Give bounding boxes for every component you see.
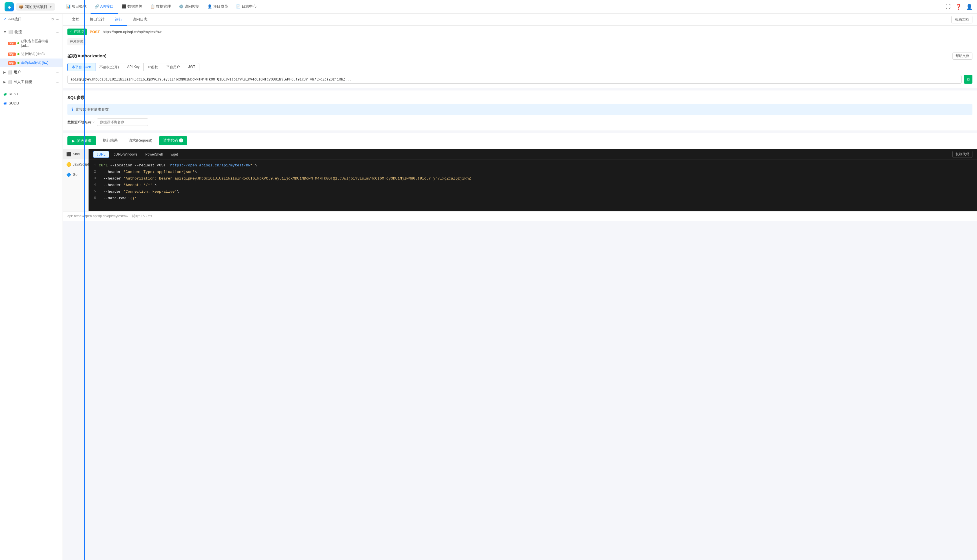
token-row: ⧉	[67, 75, 972, 83]
sidebar-item-sudb[interactable]: ◉ SUDB	[0, 98, 63, 108]
js-label: JavaScript	[73, 162, 89, 167]
status-bar: api: https://open.apisql.cn/api/mytest/h…	[63, 211, 977, 221]
data-icon: 📋	[150, 4, 155, 8]
nav-access[interactable]: ⚙️ 访问控制	[175, 0, 203, 14]
sidebar-item-huawei[interactable]: SQL 华为dws测试 (hw) ···	[0, 58, 63, 67]
project-icon: 📦	[19, 5, 23, 9]
more-actions-icon[interactable]: ···	[56, 17, 59, 22]
shell-icon: ⬛	[66, 152, 71, 157]
group-label: 物流	[15, 29, 22, 35]
line-number: 3	[89, 175, 99, 182]
send-request-btn[interactable]: ▶ 发送请求	[67, 136, 96, 145]
code-line-2: 2 --header 'Content-Type: application/js…	[89, 169, 977, 175]
status-dot	[17, 62, 19, 64]
nav-data[interactable]: 📋 数据管理	[146, 0, 175, 14]
elapsed-time: 耗时: 153 ms	[132, 214, 152, 218]
group-more-icon[interactable]: ···	[56, 70, 59, 75]
item-label: 获取省市区县街道 (ad...	[21, 39, 56, 48]
nav-logs[interactable]: 📄 日志中心	[232, 0, 261, 14]
tab-access-log[interactable]: 访问日志	[128, 14, 152, 26]
nav-gateway[interactable]: ⬛ 数据网关	[118, 0, 146, 14]
token-input[interactable]	[67, 75, 962, 83]
sidebar-actions: ↻ ···	[51, 17, 59, 22]
svg-text:◈: ◈	[7, 5, 11, 9]
sidebar-item-rest[interactable]: ◉ REST	[0, 89, 63, 98]
auth-tab-public[interactable]: 不鉴权(公开)	[95, 63, 123, 72]
line-content: --header 'Content-Type: application/json…	[99, 169, 977, 175]
auth-tab-apikey[interactable]: API Key	[123, 63, 144, 72]
datasource-input[interactable]	[97, 118, 148, 126]
code-tab-curl-windows[interactable]: cURL-Windows	[110, 151, 141, 158]
line-content: --header 'Accept: */*' \	[99, 182, 977, 188]
nav-members[interactable]: 👤 项目成员	[203, 0, 232, 14]
group-more-icon[interactable]: ···	[56, 80, 59, 84]
item-label: 达梦测试 (dm8)	[21, 52, 45, 57]
no-params-text: 此接口没有请求参数	[75, 107, 109, 112]
sidebar-item-address[interactable]: SQL 获取省市区县街道 (ad... ···	[0, 37, 63, 50]
tab-docs[interactable]: 文档	[67, 14, 84, 26]
fullscreen-icon[interactable]: ⛶	[945, 4, 951, 10]
question-icon: ?	[92, 120, 95, 124]
help-doc-button[interactable]: 帮助文档	[951, 16, 972, 23]
group-label: 用户	[14, 70, 21, 75]
sidebar-api-header: ✓ API接口 ↻ ···	[0, 14, 63, 25]
auth-help-btn[interactable]: 帮助文档	[952, 53, 972, 60]
code-tab-curl[interactable]: cURL	[93, 151, 109, 158]
tab-request-code[interactable]: 请求代码 i	[159, 136, 187, 145]
group-icon: ⬜	[7, 80, 12, 84]
auth-tab-token[interactable]: 本平台Token	[67, 63, 95, 72]
nav-overview[interactable]: 📊 项目概览	[62, 0, 90, 14]
sidebar-group-ai[interactable]: ▶ ⬜ AI人工智能 ···	[0, 77, 63, 87]
chevron-down-icon: ▼	[49, 5, 52, 8]
line-number: 6	[89, 195, 99, 201]
code-line-6: 6 --data-raw '{}'	[89, 195, 977, 202]
auth-tabs: 本平台Token 不鉴权(公开) API Key IP鉴权 平台用户	[67, 63, 972, 72]
project-selector[interactable]: 📦 我的测试项目 ▼	[16, 3, 55, 10]
tab-exec-result[interactable]: 执行结果	[99, 136, 122, 145]
sidebar-group-users[interactable]: ▶ ⬜ 用户 ···	[0, 67, 63, 77]
app-logo: ◈	[5, 2, 14, 12]
tab-design[interactable]: 接口设计	[85, 14, 109, 26]
sudb-label: SUDB	[8, 101, 19, 105]
nav-api[interactable]: 🔗 API接口	[90, 0, 118, 14]
nav-right: ⛶ ❓ 👤	[945, 4, 972, 10]
group-more-icon[interactable]: ···	[56, 30, 59, 34]
user-avatar[interactable]: 👤	[966, 4, 972, 10]
access-icon: ⚙️	[179, 4, 183, 8]
copy-code-btn[interactable]: 复制代码	[952, 151, 972, 158]
main-content: 文档 接口设计 运行 访问日志 帮助文档 生产环境 POST https://o…	[63, 14, 977, 560]
info-circle-icon: i	[179, 138, 183, 142]
auth-title: 鉴权(Authorization) 帮助文档	[67, 53, 972, 60]
members-icon: 👤	[207, 4, 212, 8]
sidebar-item-dameng[interactable]: SQL 达梦测试 (dm8) ···	[0, 50, 63, 58]
overview-icon: 📊	[66, 4, 70, 8]
sudb-icon: ◉	[3, 101, 7, 105]
sql-params-section: SQL参数 ℹ 此接口没有请求参数 数据源环境名称 ?	[63, 90, 977, 133]
tab-run[interactable]: 运行	[110, 14, 127, 26]
play-icon: ▶	[72, 139, 75, 143]
item-label: 华为dws测试 (hw)	[21, 60, 49, 65]
auth-tab-jwt[interactable]: JWT	[184, 63, 200, 72]
code-tab-wget[interactable]: wget	[167, 151, 181, 158]
code-line-4: 4 --header 'Accept: */*' \	[89, 182, 977, 188]
auth-tab-user[interactable]: 平台用户	[162, 63, 184, 72]
sidebar-group-left: ▶ ⬜ 用户	[3, 70, 21, 75]
sql-params-title: SQL参数	[67, 95, 972, 100]
code-section: ⬛ Shell 🟡 JavaScript 🔷 Go	[63, 149, 977, 211]
refresh-icon[interactable]: ↻	[51, 17, 54, 22]
main-nav: 📊 项目概览 🔗 API接口 ⬛ 数据网关 📋 数据管理 ⚙️ 访问控制 👤 项…	[62, 0, 261, 14]
chevron-down-icon: ▼	[3, 30, 7, 34]
dev-env-label[interactable]: 开发环境	[67, 38, 86, 45]
copy-token-btn[interactable]: ⧉	[964, 75, 972, 83]
help-icon[interactable]: ❓	[955, 4, 962, 10]
item-left: SQL 华为dws测试 (hw)	[8, 60, 49, 65]
sidebar-header-left: ✓ API接口	[3, 17, 22, 22]
sidebar-group-wuliu[interactable]: ▼ ⬜ 物流 ···	[0, 27, 63, 37]
line-number: 5	[89, 188, 99, 195]
sql-badge: SQL	[8, 42, 16, 45]
auth-tab-ip[interactable]: IP鉴权	[144, 63, 162, 72]
no-params-box: ℹ 此接口没有请求参数	[67, 104, 972, 115]
tab-request[interactable]: 请求(Request)	[125, 136, 156, 145]
line-content: curl --location --request POST 'https://…	[99, 162, 977, 169]
code-tab-powershell[interactable]: PowerShell	[142, 151, 166, 158]
